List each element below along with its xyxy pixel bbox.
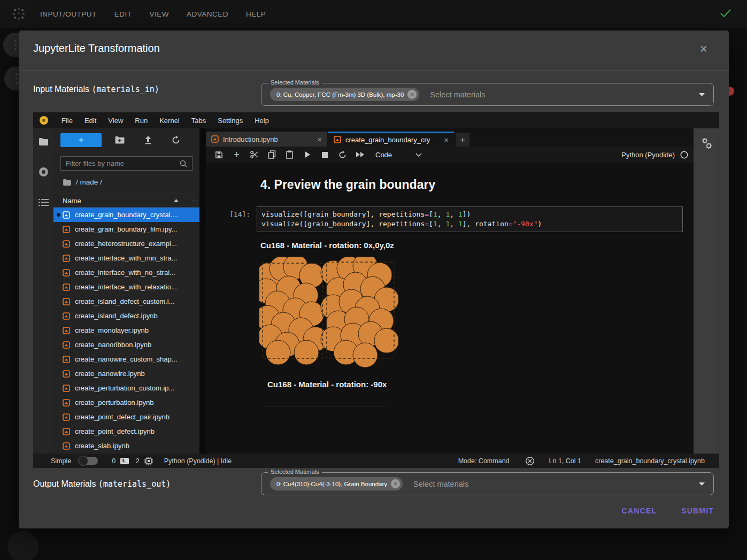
chevron-down-icon[interactable] bbox=[415, 153, 422, 157]
submit-button[interactable]: SUBMIT bbox=[681, 507, 714, 515]
tab-introduction[interactable]: Introduction.ipynb × bbox=[206, 132, 327, 147]
right-sidebar-strip bbox=[694, 128, 719, 454]
upload-icon[interactable] bbox=[144, 136, 152, 144]
file-item[interactable]: create_heterostructure_exampl... bbox=[53, 236, 199, 251]
file-item[interactable]: create_island_defect.ipynb bbox=[53, 309, 199, 323]
copy-cell-icon[interactable] bbox=[263, 150, 281, 159]
file-item[interactable]: create_point_defect.ipynb bbox=[53, 424, 199, 439]
cancel-button[interactable]: CANCEL bbox=[622, 507, 657, 515]
jupyter-menu-help[interactable]: Help bbox=[249, 117, 275, 125]
stop-kernel-icon[interactable] bbox=[316, 152, 334, 158]
add-cell-icon[interactable]: + bbox=[228, 149, 245, 160]
filter-files-input[interactable] bbox=[66, 159, 180, 167]
file-name: create_grain_boundary_film.ipy... bbox=[75, 225, 177, 233]
next-output-edge bbox=[263, 406, 388, 407]
notebook-icon bbox=[63, 226, 70, 233]
dialog-title: JupyterLite Transformation bbox=[33, 42, 160, 55]
notebook-icon bbox=[63, 356, 70, 363]
close-tab-icon[interactable]: × bbox=[317, 135, 322, 143]
restart-kernel-icon[interactable] bbox=[334, 151, 351, 159]
input-materials-variable: (materials_in) bbox=[91, 85, 159, 94]
file-item[interactable]: create_perturbation.ipynb bbox=[53, 395, 199, 410]
output-materials-label: Output Materials (materials_out) bbox=[33, 479, 171, 489]
file-item[interactable]: create_monolayer.ipynb bbox=[53, 323, 199, 337]
simple-mode-toggle[interactable] bbox=[79, 457, 98, 465]
file-name: create_interface_with_no_strai... bbox=[75, 269, 175, 277]
notebook-icon bbox=[63, 385, 70, 392]
file-item[interactable]: create_slab.ipynb bbox=[53, 439, 199, 453]
jupyter-menu-tabs[interactable]: Tabs bbox=[186, 117, 212, 125]
close-icon[interactable]: × bbox=[699, 42, 707, 56]
file-item[interactable]: create_interface_with_no_strai... bbox=[53, 265, 199, 280]
new-launcher-button[interactable]: + bbox=[60, 133, 102, 147]
file-item[interactable]: create_nanowire.ipynb bbox=[53, 366, 199, 381]
new-folder-icon[interactable] bbox=[115, 136, 125, 144]
notebook-area: Introduction.ipynb × create_grain_bounda… bbox=[206, 128, 694, 454]
input-materials-select[interactable]: Selected Materials 0: Cu, Copper, FCC (F… bbox=[261, 83, 714, 106]
filter-files-box[interactable] bbox=[60, 156, 192, 171]
file-item[interactable]: create_point_defect_pair.ipynb bbox=[53, 410, 199, 424]
file-item[interactable]: create_nanoribbon.ipynb bbox=[53, 337, 199, 352]
file-item[interactable]: create_grain_boundary_film.ipy... bbox=[53, 222, 199, 236]
jupyter-menu-settings[interactable]: Settings bbox=[212, 117, 249, 125]
cell-type-dropdown[interactable]: Code bbox=[375, 151, 392, 159]
output-materials-variable: (materials_out) bbox=[98, 479, 171, 489]
app-menu-view[interactable]: VIEW bbox=[150, 10, 170, 18]
paste-cell-icon[interactable] bbox=[281, 150, 298, 159]
notebook-content[interactable]: 4. Preview the grain boundary [14]: visu… bbox=[206, 163, 694, 454]
material-chip[interactable]: 0: Cu4(310)-Cu4(-3-10), Grain Boundary × bbox=[270, 477, 403, 490]
code-cell[interactable]: visualize([grain_boundary], repetitions=… bbox=[257, 206, 683, 232]
jupyter-menu-run[interactable]: Run bbox=[129, 117, 153, 125]
jupyter-menu-file[interactable]: File bbox=[56, 117, 79, 125]
tab-create-grain-boundary[interactable]: create_grain_boundary_cry × bbox=[328, 132, 454, 147]
cell-execution-prompt: [14]: bbox=[229, 210, 250, 218]
breadcrumb[interactable]: / made / bbox=[63, 178, 102, 186]
section-heading: 4. Preview the grain boundary bbox=[260, 178, 435, 192]
kernel-chip-icon bbox=[144, 457, 153, 465]
chevron-down-icon[interactable] bbox=[699, 482, 705, 486]
screen: INPUT/OUTPUTEDITVIEWADVANCEDHELP Jupyter… bbox=[0, 0, 747, 560]
file-browser-icon[interactable] bbox=[39, 138, 48, 145]
table-of-contents-icon[interactable] bbox=[38, 198, 49, 206]
run-cell-icon[interactable] bbox=[298, 151, 316, 158]
jupyter-menu-kernel[interactable]: Kernel bbox=[153, 117, 186, 125]
folder-icon bbox=[63, 179, 71, 186]
app-menu-advanced[interactable]: ADVANCED bbox=[187, 10, 228, 18]
terminal-count: 0 bbox=[112, 457, 115, 465]
add-tab-button[interactable]: + bbox=[456, 133, 469, 147]
app-menu-input-output[interactable]: INPUT/OUTPUT bbox=[40, 10, 97, 18]
notebook-icon bbox=[63, 255, 70, 262]
material-chip[interactable]: 0: Cu, Copper, FCC (Fm-3m) 3D (Bulk), mp… bbox=[270, 88, 419, 101]
restart-run-all-icon[interactable] bbox=[351, 151, 369, 158]
cursor-position[interactable]: Ln 1, Col 1 bbox=[549, 457, 581, 465]
save-icon[interactable] bbox=[210, 151, 228, 159]
kernel-selector[interactable]: Python (Pyodide) bbox=[621, 151, 688, 159]
code-editor[interactable]: visualize([grain_boundary], repetitions=… bbox=[261, 210, 678, 229]
file-item[interactable]: create_grain_boundary_crystal.... bbox=[53, 208, 199, 222]
file-item[interactable]: create_island_defect_custom.i... bbox=[53, 294, 199, 309]
jupyter-menu-edit[interactable]: Edit bbox=[79, 117, 102, 125]
app-menu-edit[interactable]: EDIT bbox=[114, 10, 132, 18]
simple-mode-label: Simple bbox=[51, 457, 71, 465]
name-column-header: Name bbox=[63, 197, 81, 205]
file-item[interactable]: create_nanowire_custom_shap... bbox=[53, 352, 199, 366]
gear-icon[interactable] bbox=[700, 137, 713, 150]
close-tab-icon[interactable]: × bbox=[444, 136, 449, 144]
cut-cell-icon[interactable] bbox=[245, 151, 263, 158]
panel-divider[interactable] bbox=[199, 128, 206, 454]
app-menu-help[interactable]: HELP bbox=[246, 10, 266, 18]
file-item[interactable]: create_perturbation_custom.ip... bbox=[53, 381, 199, 395]
chip-remove-icon[interactable]: × bbox=[391, 479, 400, 488]
output-materials-select[interactable]: Selected Materials 0: Cu4(310)-Cu4(-3-10… bbox=[261, 472, 714, 495]
chip-remove-icon[interactable]: × bbox=[407, 90, 417, 99]
material-chip-label: 0: Cu, Copper, FCC (Fm-3m) 3D (Bulk), mp… bbox=[276, 91, 404, 98]
jupyter-menu-view[interactable]: View bbox=[102, 117, 129, 125]
refresh-icon[interactable] bbox=[172, 136, 180, 144]
kernel-status-text: Python (Pyodide) | Idle bbox=[164, 457, 232, 465]
file-list-header[interactable]: Name ⋯ bbox=[53, 194, 199, 208]
file-item[interactable]: create_interface_with_min_stra... bbox=[53, 251, 199, 265]
running-sessions-icon[interactable] bbox=[38, 167, 49, 177]
mode-indicator[interactable]: Mode: Command bbox=[458, 457, 510, 465]
file-item[interactable]: create_interface_with_relaxatio... bbox=[53, 280, 199, 294]
chevron-down-icon[interactable] bbox=[699, 93, 705, 96]
